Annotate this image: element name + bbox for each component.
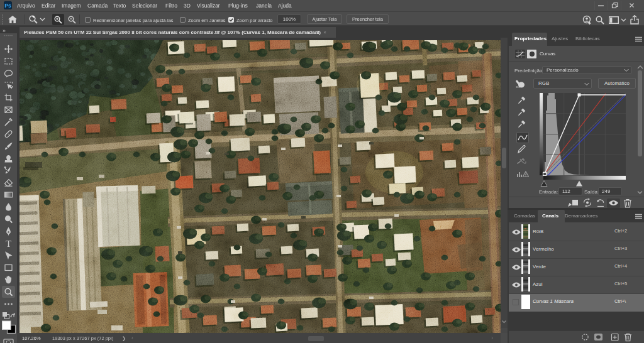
svg-text:T: T <box>6 239 11 249</box>
